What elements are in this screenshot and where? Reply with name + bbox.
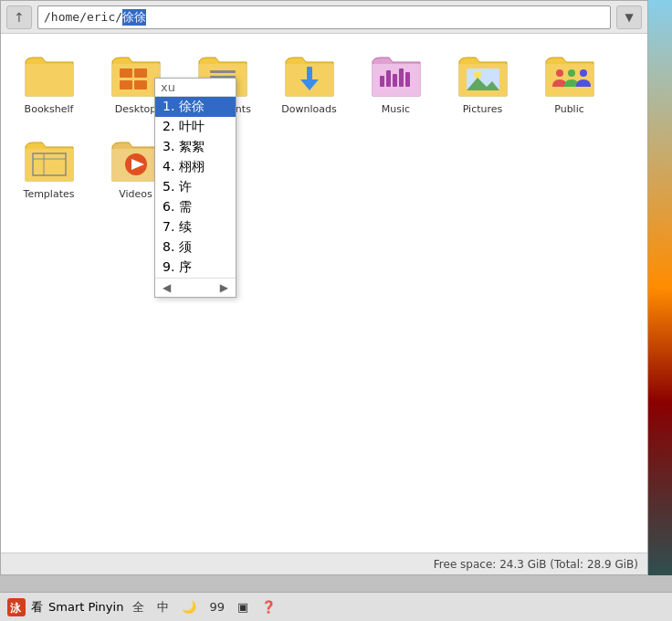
- ime-logo-icon: 泳: [7, 598, 26, 616]
- ime-logo: 泳: [7, 598, 26, 616]
- file-item-bookshelf[interactable]: Bookshelf: [10, 43, 88, 119]
- ime-candidate-item-6[interactable]: 6. 需: [155, 197, 236, 217]
- file-item-downloads[interactable]: Downloads: [270, 43, 348, 119]
- cand-num-1: 1.: [163, 99, 174, 113]
- file-name-desktop: Desktop: [115, 103, 156, 115]
- file-grid: Bookshelf Desktop: [1, 34, 647, 559]
- ime-candidate-list: 1. 徐徐 2. 叶叶 3. 絮絮 4. 栩栩 5. 许: [155, 97, 236, 278]
- address-bar: ↑ /home/eric/徐徐 ▼: [1, 1, 647, 34]
- ime-watching-icon: 看: [31, 599, 43, 616]
- folder-icon-pictures: [456, 47, 510, 101]
- status-text: Free space: 24.3 GiB (Total: 28.9 GiB): [434, 558, 638, 571]
- address-dropdown-button[interactable]: ▼: [616, 5, 642, 29]
- cand-num-7: 7.: [163, 219, 174, 234]
- ime-opt-zhong[interactable]: 中: [153, 598, 173, 616]
- nav-up-button[interactable]: ↑: [6, 5, 32, 29]
- folder-icon-public: [542, 47, 597, 101]
- cand-num-4: 4.: [163, 159, 174, 174]
- ime-opt-quan[interactable]: 全: [129, 598, 148, 616]
- svg-point-15: [474, 71, 481, 79]
- cand-char-7: 续: [179, 219, 192, 234]
- ime-candidate-item-9[interactable]: 9. 序: [155, 258, 236, 278]
- svg-rect-0: [120, 68, 132, 78]
- cand-char-8: 须: [179, 239, 192, 254]
- ime-next-button[interactable]: ▶: [216, 280, 232, 295]
- ime-input-row: xu: [155, 79, 236, 97]
- folder-icon-templates: [22, 132, 77, 186]
- cand-num-3: 3.: [163, 139, 174, 153]
- folder-icon-music: [369, 47, 424, 101]
- cand-char-2: 叶叶: [179, 119, 205, 133]
- svg-point-17: [556, 69, 563, 77]
- folder-icon-downloads: [282, 47, 337, 101]
- svg-rect-7: [307, 67, 312, 79]
- file-name-templates: Templates: [24, 188, 75, 200]
- file-name-pictures: Pictures: [463, 103, 503, 115]
- svg-rect-2: [120, 80, 132, 89]
- svg-rect-1: [134, 68, 147, 78]
- svg-rect-4: [210, 70, 236, 73]
- address-display[interactable]: /home/eric/徐徐: [37, 5, 611, 29]
- ime-candidate-item-7[interactable]: 7. 续: [155, 217, 236, 237]
- ime-grid-icon[interactable]: ▣: [234, 599, 252, 615]
- ime-help-icon[interactable]: ❓: [257, 599, 279, 615]
- ime-candidate-item-5[interactable]: 5. 许: [155, 177, 236, 197]
- ime-toolbar: 泳 看 Smart Pinyin 全 中 🌙 99 ▣ ❓: [0, 592, 672, 621]
- cand-char-1: 徐徐: [179, 99, 205, 113]
- file-name-public: Public: [554, 103, 584, 115]
- cand-num-6: 6.: [163, 199, 174, 214]
- file-item-public[interactable]: Public: [530, 43, 608, 119]
- address-path-selected: 徐徐: [122, 9, 146, 26]
- address-input-wrap: /home/eric/徐徐: [37, 5, 611, 29]
- cand-num-5: 5.: [163, 179, 174, 194]
- file-item-pictures[interactable]: Pictures: [444, 43, 521, 119]
- svg-rect-12: [399, 68, 404, 87]
- file-item-templates[interactable]: Templates: [10, 128, 88, 204]
- svg-point-19: [580, 69, 587, 77]
- file-name-videos: Videos: [119, 188, 152, 200]
- file-name-bookshelf: Bookshelf: [25, 103, 74, 115]
- status-bar: Free space: 24.3 GiB (Total: 28.9 GiB): [1, 553, 647, 574]
- cand-char-4: 栩栩: [179, 159, 205, 174]
- file-name-music: Music: [382, 103, 410, 115]
- svg-rect-13: [405, 72, 410, 87]
- ime-name: Smart Pinyin: [48, 600, 123, 614]
- cand-char-9: 序: [179, 259, 192, 274]
- ime-nav: ◀ ▶: [155, 278, 236, 297]
- ime-prev-button[interactable]: ◀: [159, 280, 174, 295]
- ime-candidate-popup: xu 1. 徐徐 2. 叶叶 3. 絮絮 4. 栩栩: [154, 78, 236, 298]
- ime-candidate-item-4[interactable]: 4. 栩栩: [155, 157, 236, 177]
- background-scenic: [648, 0, 672, 575]
- address-path-normal: /home/eric/: [44, 10, 122, 24]
- ime-candidate-item-1[interactable]: 1. 徐徐: [155, 97, 236, 117]
- ime-candidate-item-8[interactable]: 8. 须: [155, 237, 236, 258]
- file-item-music[interactable]: Music: [357, 43, 435, 119]
- folder-icon-bookshelf: [22, 47, 77, 101]
- file-name-downloads: Downloads: [281, 103, 336, 115]
- ime-num-icon[interactable]: 99: [205, 599, 228, 615]
- svg-rect-10: [386, 70, 391, 87]
- cand-char-5: 许: [179, 179, 192, 194]
- file-manager-window: ↑ /home/eric/徐徐 ▼ Bookshelf: [0, 0, 648, 575]
- cand-num-9: 9.: [163, 259, 174, 274]
- cand-num-8: 8.: [163, 239, 174, 254]
- svg-text:泳: 泳: [10, 602, 22, 615]
- svg-rect-3: [134, 80, 147, 89]
- svg-point-18: [568, 69, 575, 77]
- ime-candidate-item-2[interactable]: 2. 叶叶: [155, 117, 236, 137]
- cand-num-2: 2.: [163, 119, 174, 133]
- svg-rect-9: [380, 76, 384, 87]
- ime-candidate-item-3[interactable]: 3. 絮絮: [155, 137, 236, 157]
- ime-moon-icon[interactable]: 🌙: [178, 599, 200, 615]
- cand-char-3: 絮絮: [179, 139, 205, 153]
- cand-char-6: 需: [179, 199, 192, 214]
- svg-rect-11: [393, 74, 397, 87]
